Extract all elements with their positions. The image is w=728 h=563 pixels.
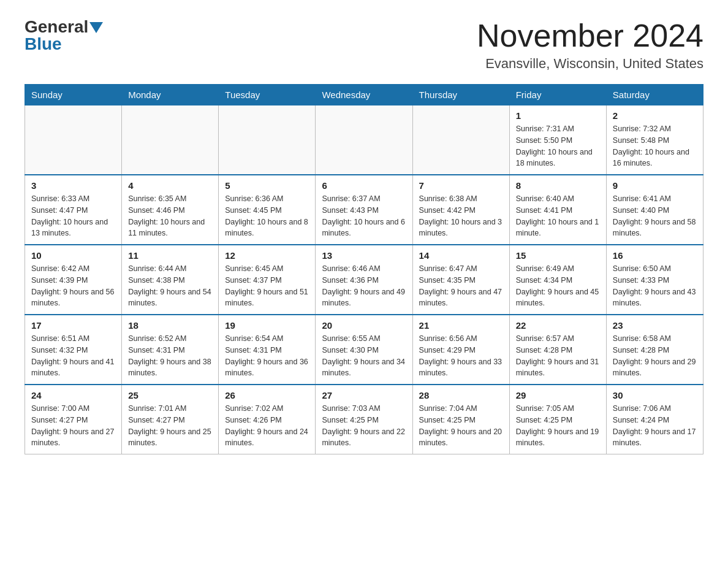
sunset-text: Sunset: 4:47 PM <box>31 205 115 216</box>
logo: General Blue <box>25 18 103 54</box>
calendar-cell-w5-d6: 29Sunrise: 7:05 AMSunset: 4:25 PMDayligh… <box>509 385 606 454</box>
calendar-week-2: 3Sunrise: 6:33 AMSunset: 4:47 PMDaylight… <box>25 175 703 245</box>
calendar-cell-w2-d4: 6Sunrise: 6:37 AMSunset: 4:43 PMDaylight… <box>316 175 412 245</box>
calendar-week-3: 10Sunrise: 6:42 AMSunset: 4:39 PMDayligh… <box>25 245 703 315</box>
day-info: Sunrise: 6:49 AMSunset: 4:34 PMDaylight:… <box>516 263 600 309</box>
daylight-text: Daylight: 10 hours and 16 minutes. <box>613 147 697 170</box>
day-number: 10 <box>31 250 115 261</box>
calendar-week-4: 17Sunrise: 6:51 AMSunset: 4:32 PMDayligh… <box>25 315 703 385</box>
sunrise-text: Sunrise: 6:52 AM <box>128 333 212 345</box>
calendar-title: November 2024 <box>477 18 703 53</box>
page-header: General Blue November 2024 Evansville, W… <box>25 18 703 72</box>
day-number: 15 <box>516 250 600 261</box>
day-number: 1 <box>516 110 600 121</box>
calendar-cell-w4-d2: 18Sunrise: 6:52 AMSunset: 4:31 PMDayligh… <box>122 315 219 385</box>
day-number: 23 <box>613 320 697 331</box>
calendar-cell-w3-d2: 11Sunrise: 6:44 AMSunset: 4:38 PMDayligh… <box>122 245 219 315</box>
sunset-text: Sunset: 4:42 PM <box>419 205 503 216</box>
logo-general: General <box>25 18 88 36</box>
sunrise-text: Sunrise: 6:35 AM <box>128 193 212 205</box>
day-info: Sunrise: 6:45 AMSunset: 4:37 PMDaylight:… <box>225 263 309 309</box>
daylight-text: Daylight: 9 hours and 33 minutes. <box>419 356 503 380</box>
sunset-text: Sunset: 4:31 PM <box>128 345 212 356</box>
calendar-cell-w2-d7: 9Sunrise: 6:41 AMSunset: 4:40 PMDaylight… <box>606 175 703 245</box>
sunset-text: Sunset: 4:28 PM <box>516 345 600 356</box>
calendar-cell-w3-d1: 10Sunrise: 6:42 AMSunset: 4:39 PMDayligh… <box>25 245 122 315</box>
sunset-text: Sunset: 5:50 PM <box>516 135 600 147</box>
sunset-text: Sunset: 4:37 PM <box>225 275 309 286</box>
sunrise-text: Sunrise: 7:06 AM <box>613 403 697 415</box>
calendar-cell-w3-d7: 16Sunrise: 6:50 AMSunset: 4:33 PMDayligh… <box>606 245 703 315</box>
sunrise-text: Sunrise: 7:02 AM <box>225 403 309 415</box>
day-number: 26 <box>225 390 309 400</box>
sunrise-text: Sunrise: 6:36 AM <box>225 193 309 205</box>
calendar-cell-w3-d3: 12Sunrise: 6:45 AMSunset: 4:37 PMDayligh… <box>219 245 316 315</box>
header-monday: Monday <box>122 85 219 105</box>
day-info: Sunrise: 6:38 AMSunset: 4:42 PMDaylight:… <box>419 193 503 239</box>
daylight-text: Daylight: 9 hours and 41 minutes. <box>31 356 115 380</box>
daylight-text: Daylight: 9 hours and 43 minutes. <box>613 286 697 310</box>
calendar-cell-w2-d6: 8Sunrise: 6:40 AMSunset: 4:41 PMDaylight… <box>509 175 606 245</box>
sunrise-text: Sunrise: 6:40 AM <box>516 193 600 205</box>
calendar-cell-w5-d5: 28Sunrise: 7:04 AMSunset: 4:25 PMDayligh… <box>412 385 509 454</box>
daylight-text: Daylight: 9 hours and 56 minutes. <box>31 286 115 310</box>
calendar-cell-w2-d2: 4Sunrise: 6:35 AMSunset: 4:46 PMDaylight… <box>122 175 219 245</box>
day-number: 21 <box>419 320 503 331</box>
day-info: Sunrise: 7:31 AMSunset: 5:50 PMDaylight:… <box>516 123 600 169</box>
sunrise-text: Sunrise: 6:49 AM <box>516 263 600 275</box>
day-info: Sunrise: 6:35 AMSunset: 4:46 PMDaylight:… <box>128 193 212 239</box>
day-number: 5 <box>225 180 309 191</box>
sunrise-text: Sunrise: 6:51 AM <box>31 333 115 345</box>
day-number: 27 <box>322 390 406 400</box>
sunset-text: Sunset: 4:35 PM <box>419 275 503 286</box>
sunrise-text: Sunrise: 6:46 AM <box>322 263 406 275</box>
day-info: Sunrise: 6:41 AMSunset: 4:40 PMDaylight:… <box>613 193 697 239</box>
calendar-cell-w3-d6: 15Sunrise: 6:49 AMSunset: 4:34 PMDayligh… <box>509 245 606 315</box>
header-saturday: Saturday <box>606 85 703 105</box>
sunset-text: Sunset: 4:28 PM <box>613 345 697 356</box>
calendar-cell-w1-d5 <box>412 105 509 175</box>
calendar-cell-w1-d4 <box>316 105 412 175</box>
logo-triangle-icon <box>89 22 103 33</box>
calendar-cell-w1-d6: 1Sunrise: 7:31 AMSunset: 5:50 PMDaylight… <box>509 105 606 175</box>
calendar-cell-w2-d5: 7Sunrise: 6:38 AMSunset: 4:42 PMDaylight… <box>412 175 509 245</box>
sunset-text: Sunset: 4:24 PM <box>613 415 697 426</box>
calendar-week-1: 1Sunrise: 7:31 AMSunset: 5:50 PMDaylight… <box>25 105 703 175</box>
sunset-text: Sunset: 4:27 PM <box>128 415 212 426</box>
calendar-cell-w5-d3: 26Sunrise: 7:02 AMSunset: 4:26 PMDayligh… <box>219 385 316 454</box>
header-sunday: Sunday <box>25 85 122 105</box>
sunset-text: Sunset: 4:31 PM <box>225 345 309 356</box>
daylight-text: Daylight: 10 hours and 1 minute. <box>516 216 600 240</box>
sunset-text: Sunset: 4:46 PM <box>128 205 212 216</box>
daylight-text: Daylight: 10 hours and 3 minutes. <box>419 216 503 240</box>
logo-blue: Blue <box>25 34 62 54</box>
daylight-text: Daylight: 9 hours and 49 minutes. <box>322 286 406 310</box>
sunset-text: Sunset: 4:26 PM <box>225 415 309 426</box>
day-number: 29 <box>516 390 600 400</box>
day-number: 20 <box>322 320 406 331</box>
day-info: Sunrise: 6:51 AMSunset: 4:32 PMDaylight:… <box>31 333 115 379</box>
day-info: Sunrise: 6:52 AMSunset: 4:31 PMDaylight:… <box>128 333 212 379</box>
sunset-text: Sunset: 4:45 PM <box>225 205 309 216</box>
sunrise-text: Sunrise: 6:47 AM <box>419 263 503 275</box>
calendar-cell-w5-d1: 24Sunrise: 7:00 AMSunset: 4:27 PMDayligh… <box>25 385 122 454</box>
sunset-text: Sunset: 4:38 PM <box>128 275 212 286</box>
day-number: 11 <box>128 250 212 261</box>
sunrise-text: Sunrise: 7:05 AM <box>516 403 600 415</box>
day-info: Sunrise: 6:46 AMSunset: 4:36 PMDaylight:… <box>322 263 406 309</box>
day-number: 16 <box>613 250 697 261</box>
calendar-cell-w5-d4: 27Sunrise: 7:03 AMSunset: 4:25 PMDayligh… <box>316 385 412 454</box>
daylight-text: Daylight: 9 hours and 31 minutes. <box>516 356 600 380</box>
sunrise-text: Sunrise: 6:54 AM <box>225 333 309 345</box>
calendar-table: Sunday Monday Tuesday Wednesday Thursday… <box>25 84 703 454</box>
calendar-cell-w5-d2: 25Sunrise: 7:01 AMSunset: 4:27 PMDayligh… <box>122 385 219 454</box>
daylight-text: Daylight: 10 hours and 6 minutes. <box>322 216 406 240</box>
daylight-text: Daylight: 9 hours and 19 minutes. <box>516 426 600 450</box>
sunrise-text: Sunrise: 6:37 AM <box>322 193 406 205</box>
calendar-cell-w1-d7: 2Sunrise: 7:32 AMSunset: 5:48 PMDaylight… <box>606 105 703 175</box>
day-number: 24 <box>31 390 115 400</box>
calendar-cell-w4-d3: 19Sunrise: 6:54 AMSunset: 4:31 PMDayligh… <box>219 315 316 385</box>
sunrise-text: Sunrise: 6:38 AM <box>419 193 503 205</box>
daylight-text: Daylight: 9 hours and 58 minutes. <box>613 216 697 240</box>
calendar-cell-w1-d1 <box>25 105 122 175</box>
